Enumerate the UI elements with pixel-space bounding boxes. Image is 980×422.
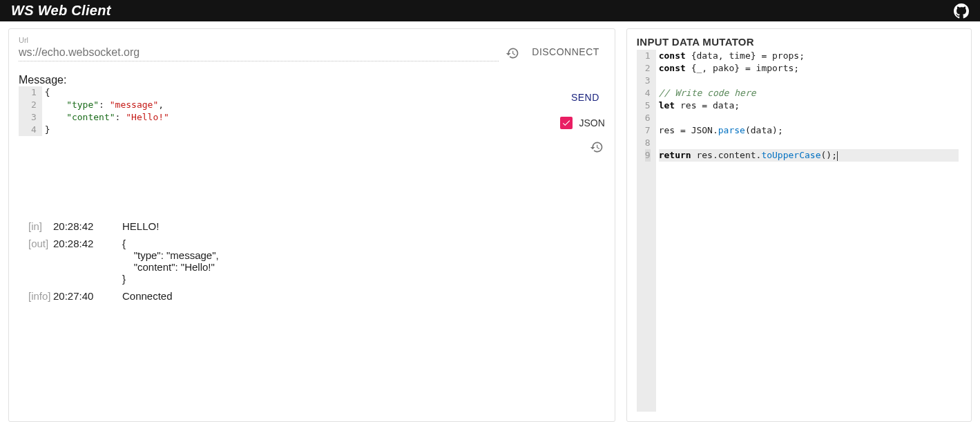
log-row: [out]20:28:42{ "type": "message", "conte… — [19, 235, 605, 287]
disconnect-button[interactable]: DISCONNECT — [526, 42, 605, 61]
log-row: [in]20:28:42HELLO! — [19, 218, 605, 235]
message-label: Message: — [19, 74, 605, 86]
log-time: 20:27:40 — [53, 290, 122, 302]
message-actions: SEND JSON — [533, 86, 605, 155]
url-label: Url — [19, 36, 499, 44]
message-section: 1234 ▾ { "type": "message", "content": "… — [19, 86, 605, 155]
log-tag: [info] — [19, 290, 53, 302]
log-time: 20:28:42 — [53, 220, 122, 232]
app-title: WS Web Client — [11, 3, 111, 19]
log-body: HELLO! — [122, 220, 605, 232]
url-input[interactable] — [19, 45, 499, 61]
fold-arrow-icon[interactable]: ▾ — [45, 88, 52, 95]
message-editor[interactable]: 1234 ▾ { "type": "message", "content": "… — [19, 86, 528, 136]
mutator-panel: INPUT DATA MUTATOR 123456789 const {data… — [626, 28, 972, 422]
json-toggle-row: JSON — [560, 117, 605, 129]
url-field-wrap: Url — [19, 36, 499, 61]
log-time: 20:28:42 — [53, 238, 122, 285]
mutator-editor[interactable]: 123456789 const {data, time} = props;con… — [637, 50, 961, 412]
mutator-title: INPUT DATA MUTATOR — [637, 36, 961, 48]
message-editor-wrap: 1234 ▾ { "type": "message", "content": "… — [19, 86, 528, 136]
log-body: Connected — [122, 290, 605, 302]
message-history-icon[interactable] — [588, 139, 605, 155]
log-row: [info]20:27:40Connected — [19, 287, 605, 305]
log-area: [in]20:28:42HELLO![out]20:28:42{ "type":… — [19, 218, 605, 305]
main-content: Url DISCONNECT Message: 1234 ▾ { "type":… — [0, 21, 980, 422]
send-button[interactable]: SEND — [566, 88, 605, 107]
json-checkbox[interactable] — [560, 117, 573, 129]
connection-panel: Url DISCONNECT Message: 1234 ▾ { "type":… — [8, 28, 615, 422]
github-icon[interactable] — [954, 3, 969, 19]
url-row: Url DISCONNECT — [19, 36, 605, 61]
log-tag: [out] — [19, 238, 53, 285]
app-header: WS Web Client — [0, 0, 980, 21]
log-tag: [in] — [19, 220, 53, 232]
json-label: JSON — [579, 117, 605, 128]
log-body: { "type": "message", "content": "Hello!"… — [122, 238, 605, 285]
history-icon[interactable] — [504, 45, 521, 61]
